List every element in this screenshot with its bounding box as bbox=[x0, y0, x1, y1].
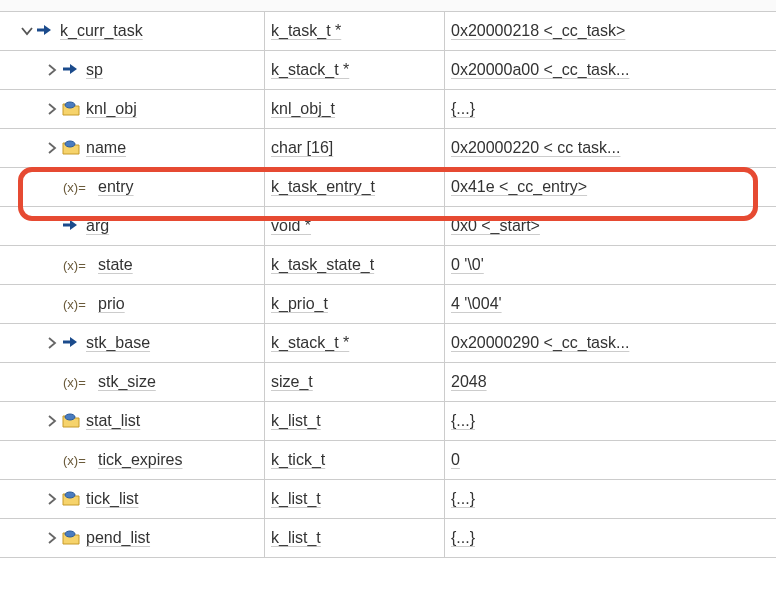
variable-value: 0x20000a00 <_cc_task... bbox=[451, 61, 629, 79]
variable-icon bbox=[62, 451, 92, 469]
variable-icon bbox=[62, 256, 92, 274]
variable-type: k_stack_t * bbox=[271, 334, 349, 352]
expander-placeholder bbox=[46, 297, 60, 311]
struct-icon bbox=[62, 100, 80, 118]
pointer-icon bbox=[62, 61, 80, 79]
pointer-icon bbox=[62, 217, 80, 235]
variable-type: k_list_t bbox=[271, 529, 321, 547]
table-row[interactable]: statek_task_state_t0 '\0' bbox=[0, 246, 776, 285]
variable-type: k_list_t bbox=[271, 412, 321, 430]
variable-value: 0x0 <_start> bbox=[451, 217, 540, 235]
variable-value: 4 '\004' bbox=[451, 295, 502, 313]
chevron-down-icon[interactable] bbox=[20, 24, 34, 38]
variable-name: sp bbox=[86, 61, 103, 79]
variable-type: k_task_state_t bbox=[271, 256, 374, 274]
variable-value: 0x20000220 < cc task... bbox=[451, 139, 620, 157]
variable-name: tick_list bbox=[86, 490, 138, 508]
variable-name: arg bbox=[86, 217, 109, 235]
variable-name: name bbox=[86, 139, 126, 157]
variable-type: k_tick_t bbox=[271, 451, 325, 469]
pointer-icon bbox=[62, 334, 80, 352]
chevron-right-icon[interactable] bbox=[46, 336, 60, 350]
table-row[interactable]: spk_stack_t *0x20000a00 <_cc_task... bbox=[0, 51, 776, 90]
expander-placeholder bbox=[46, 258, 60, 272]
chevron-right-icon[interactable] bbox=[46, 531, 60, 545]
chevron-right-icon[interactable] bbox=[46, 102, 60, 116]
variable-icon bbox=[62, 373, 92, 391]
struct-icon bbox=[62, 529, 80, 547]
pointer-icon bbox=[36, 22, 54, 40]
variable-type: k_list_t bbox=[271, 490, 321, 508]
variables-table: k_curr_taskk_task_t *0x20000218 <_cc_tas… bbox=[0, 12, 776, 558]
variable-name: stat_list bbox=[86, 412, 140, 430]
struct-icon bbox=[62, 139, 80, 157]
chevron-right-icon[interactable] bbox=[46, 141, 60, 155]
variable-value: 0x20000290 <_cc_task... bbox=[451, 334, 629, 352]
variable-value: 0 '\0' bbox=[451, 256, 484, 274]
chevron-right-icon[interactable] bbox=[46, 414, 60, 428]
variable-name: state bbox=[98, 256, 133, 274]
table-row[interactable]: argvoid *0x0 <_start> bbox=[0, 207, 776, 246]
table-row[interactable]: tick_expiresk_tick_t0 bbox=[0, 441, 776, 480]
table-row[interactable]: namechar [16]0x20000220 < cc task... bbox=[0, 129, 776, 168]
variable-name: stk_base bbox=[86, 334, 150, 352]
table-row[interactable]: stat_listk_list_t{...} bbox=[0, 402, 776, 441]
variable-value: {...} bbox=[451, 529, 475, 547]
variable-type: k_task_t * bbox=[271, 22, 341, 40]
variable-name: knl_obj bbox=[86, 100, 137, 118]
variable-name: k_curr_task bbox=[60, 22, 143, 40]
variable-type: k_task_entry_t bbox=[271, 178, 375, 196]
table-row[interactable]: stk_sizesize_t2048 bbox=[0, 363, 776, 402]
variable-type: char [16] bbox=[271, 139, 333, 157]
table-row[interactable]: entryk_task_entry_t0x41e <_cc_entry> bbox=[0, 168, 776, 207]
struct-icon bbox=[62, 412, 80, 430]
spacer bbox=[0, 0, 776, 12]
variable-name: tick_expires bbox=[98, 451, 182, 469]
variable-value: {...} bbox=[451, 490, 475, 508]
variable-value: 2048 bbox=[451, 373, 487, 391]
variable-name: stk_size bbox=[98, 373, 156, 391]
variable-icon bbox=[62, 178, 92, 196]
table-row[interactable]: stk_basek_stack_t *0x20000290 <_cc_task.… bbox=[0, 324, 776, 363]
chevron-right-icon[interactable] bbox=[46, 63, 60, 77]
table-row[interactable]: pend_listk_list_t{...} bbox=[0, 519, 776, 558]
variable-type: knl_obj_t bbox=[271, 100, 335, 118]
struct-icon bbox=[62, 490, 80, 508]
variable-icon bbox=[62, 295, 92, 313]
variable-name: pend_list bbox=[86, 529, 150, 547]
variable-type: k_prio_t bbox=[271, 295, 328, 313]
table-row[interactable]: k_curr_taskk_task_t *0x20000218 <_cc_tas… bbox=[0, 12, 776, 51]
chevron-right-icon[interactable] bbox=[46, 492, 60, 506]
expander-placeholder bbox=[46, 219, 60, 233]
table-row[interactable]: tick_listk_list_t{...} bbox=[0, 480, 776, 519]
variable-type: void * bbox=[271, 217, 311, 235]
variable-value: 0x20000218 <_cc_task> bbox=[451, 22, 625, 40]
variable-value: {...} bbox=[451, 412, 475, 430]
table-row[interactable]: knl_objknl_obj_t{...} bbox=[0, 90, 776, 129]
variable-type: k_stack_t * bbox=[271, 61, 349, 79]
variable-value: 0 bbox=[451, 451, 460, 469]
variable-value: 0x41e <_cc_entry> bbox=[451, 178, 587, 196]
expander-placeholder bbox=[46, 453, 60, 467]
expander-placeholder bbox=[46, 375, 60, 389]
expander-placeholder bbox=[46, 180, 60, 194]
table-row[interactable]: priok_prio_t4 '\004' bbox=[0, 285, 776, 324]
variable-type: size_t bbox=[271, 373, 313, 391]
variable-name: entry bbox=[98, 178, 134, 196]
variable-value: {...} bbox=[451, 100, 475, 118]
variable-name: prio bbox=[98, 295, 125, 313]
